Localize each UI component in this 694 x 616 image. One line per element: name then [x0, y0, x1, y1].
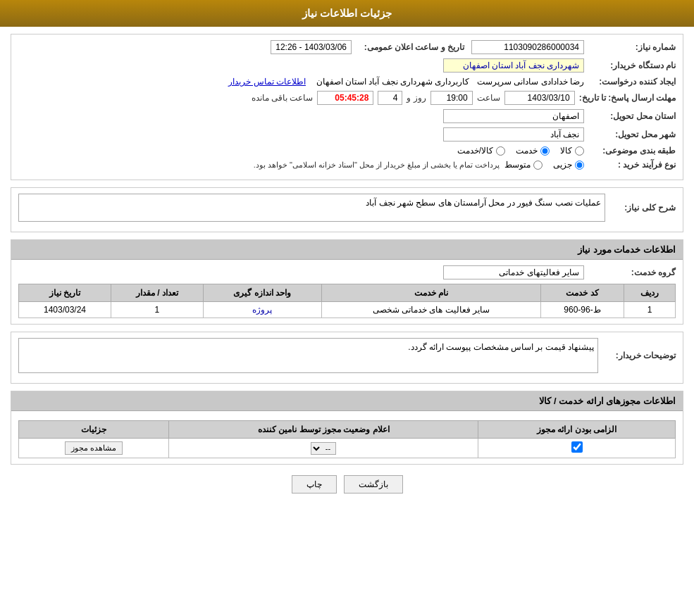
table-row: -- مشاهده مجوز — [19, 439, 676, 458]
print-button[interactable]: چاپ — [292, 475, 337, 494]
buyer-org-row: نام دستگاه خریدار: شهرداری نجف آباد استا… — [18, 58, 676, 73]
purchase-jozii-option[interactable]: جزیی — [553, 160, 584, 170]
category-kala-khedmat-option[interactable]: کالا/خدمت — [457, 146, 505, 156]
provider-status-select[interactable]: -- — [311, 442, 336, 455]
service-group-label: گروه خدمت: — [584, 268, 676, 277]
category-khedmat-option[interactable]: خدمت — [516, 146, 550, 156]
col-unit: واحد اندازه گیری — [203, 284, 321, 302]
category-label: طبقه بندی موضوعی: — [584, 146, 676, 156]
footer-buttons: بازگشت چاپ — [11, 475, 683, 494]
services-table: ردیف کد خدمت نام خدمت واحد اندازه گیری ت… — [18, 284, 676, 318]
col-provider-status: اعلام وضعیت مجوز توسط نامین کننده — [169, 421, 478, 439]
category-kala-label: کالا — [560, 146, 572, 156]
purchase-motavaset-label: متوسط — [504, 160, 531, 170]
page-title: جزئیات اطلاعات نیاز — [0, 0, 694, 27]
permissions-section: اطلاعات مجوزهای ارائه خدمت / کالا الزامی… — [11, 391, 683, 465]
cell-service-code: ط-96-960 — [541, 302, 624, 318]
city-label: شهر محل تحویل: — [584, 130, 676, 139]
purchase-motavaset-radio[interactable] — [533, 161, 543, 170]
announcement-value: 1403/03/06 - 12:26 — [271, 40, 352, 54]
col-need-date: تاریخ نیاز — [19, 284, 111, 302]
show-permit-button[interactable]: مشاهده مجوز — [65, 441, 123, 455]
category-radio-group: کالا خدمت کالا/خدمت — [457, 146, 584, 156]
creator-label: ایجاد کننده درخواست: — [584, 77, 676, 87]
buyer-notes-section: توضیحات خریدار: پیشنهاد قیمت بر اساس مشخ… — [11, 332, 683, 384]
purchase-type-row: نوع فرآیند خرید : جزیی متوسط پرداخت تمام… — [18, 160, 676, 170]
buyer-org-label: نام دستگاه خریدار: — [584, 61, 676, 70]
service-group-row: گروه خدمت: سایر فعالیتهای خدماتی — [18, 265, 676, 279]
services-section-title: اطلاعات خدمات مورد نیاز — [11, 240, 683, 260]
col-service-code: کد خدمت — [541, 284, 624, 302]
need-number-row: شماره نیاز: 1103090286000034 تاریخ و ساع… — [18, 40, 676, 54]
col-service-name: نام خدمت — [321, 284, 541, 302]
services-section: اطلاعات خدمات مورد نیاز گروه خدمت: سایر … — [11, 239, 683, 325]
deadline-time: 19:00 — [430, 91, 473, 105]
col-quantity: تعداد / مقدار — [111, 284, 203, 302]
deadline-date: 1403/03/10 — [504, 91, 575, 105]
general-desc-section: شرح کلی نیاز: عملیات نصب سنگ فیور در محل… — [11, 187, 683, 232]
province-row: استان محل تحویل: اصفهان — [18, 109, 676, 123]
buyer-notes-row: توضیحات خریدار: پیشنهاد قیمت بر اساس مشخ… — [18, 338, 676, 373]
city-row: شهر محل تحویل: نجف آباد — [18, 127, 676, 142]
cell-unit: پروژه — [203, 302, 321, 318]
purchase-type-radio-group: جزیی متوسط — [504, 160, 584, 170]
cell-provider-status[interactable]: -- — [169, 439, 478, 458]
deadline-time-label: ساعت — [477, 93, 500, 103]
creator-contact-link[interactable]: اطلاعات تماس خریدار — [228, 77, 306, 87]
deadline-row: مهلت ارسال پاسخ: تا تاریخ: 1403/03/10 سا… — [18, 91, 676, 105]
general-desc-content: عملیات نصب سنگ فیور در محل آرامستان های … — [18, 194, 605, 222]
city-value: نجف آباد — [443, 127, 584, 142]
cell-mandatory[interactable] — [478, 439, 676, 458]
deadline-label: مهلت ارسال پاسخ: تا تاریخ: — [579, 93, 676, 103]
buyer-notes-content: پیشنهاد قیمت بر اساس مشخصات پیوست ارائه … — [18, 338, 598, 373]
need-number-value: 1103090286000034 — [471, 40, 584, 54]
general-desc-row: شرح کلی نیاز: عملیات نصب سنگ فیور در محل… — [18, 194, 676, 222]
purchase-type-note: پرداخت تمام یا بخشی از مبلغ خریدار از مح… — [254, 161, 500, 170]
col-details: جزئیات — [19, 421, 169, 439]
table-row: 1 ط-96-960 سایر فعالیت های خدماتی شخصی پ… — [19, 302, 676, 318]
permissions-section-title: اطلاعات مجوزهای ارائه خدمت / کالا — [11, 391, 683, 411]
col-mandatory: الزامی بودن ارائه مجوز — [478, 421, 676, 439]
creator-name: رضا خدادادی سادانی سرپرست — [477, 77, 584, 87]
announcement-label: تاریخ و ساعت اعلان عمومی: — [352, 42, 464, 52]
purchase-jozii-radio[interactable] — [575, 161, 584, 170]
category-kala-khedmat-radio[interactable] — [496, 146, 505, 156]
cell-need-date: 1403/03/24 — [19, 302, 111, 318]
cell-row-num: 1 — [624, 302, 675, 318]
need-info-section: شماره نیاز: 1103090286000034 تاریخ و ساع… — [11, 34, 683, 180]
category-khedmat-radio[interactable] — [540, 146, 550, 156]
buyer-org-value: شهرداری نجف آباد استان اصفهان — [443, 58, 584, 73]
cell-details[interactable]: مشاهده مجوز — [19, 439, 169, 458]
cell-quantity: 1 — [111, 302, 203, 318]
creator-role: کاربرداری شهرداری نجف آباد استان اصفهان — [316, 77, 470, 87]
purchase-jozii-label: جزیی — [553, 160, 572, 170]
deadline-remaining-label: ساعت باقی مانده — [252, 93, 314, 103]
province-label: استان محل تحویل: — [584, 111, 676, 121]
buyer-notes-label: توضیحات خریدار: — [598, 351, 676, 360]
creator-row: ایجاد کننده درخواست: رضا خدادادی سادانی … — [18, 77, 676, 87]
category-kala-radio[interactable] — [575, 146, 584, 156]
purchase-type-label: نوع فرآیند خرید : — [584, 160, 676, 170]
general-desc-label: شرح کلی نیاز: — [605, 203, 676, 213]
category-khedmat-label: خدمت — [516, 146, 538, 156]
deadline-days: 4 — [378, 91, 402, 105]
back-button[interactable]: بازگشت — [344, 475, 403, 494]
deadline-remaining: 05:45:28 — [317, 91, 373, 105]
category-row: طبقه بندی موضوعی: کالا خدمت کالا/خدمت — [18, 146, 676, 156]
category-kala-option[interactable]: کالا — [560, 146, 584, 156]
purchase-motavaset-option[interactable]: متوسط — [504, 160, 543, 170]
province-value: اصفهان — [443, 109, 584, 123]
col-row-num: ردیف — [624, 284, 675, 302]
mandatory-checkbox[interactable] — [571, 441, 583, 453]
deadline-days-label: روز و — [407, 93, 426, 103]
need-number-label: شماره نیاز: — [584, 42, 676, 52]
category-kala-khedmat-label: کالا/خدمت — [457, 146, 493, 156]
cell-service-name: سایر فعالیت های خدماتی شخصی — [321, 302, 541, 318]
service-group-value: سایر فعالیتهای خدماتی — [443, 265, 584, 279]
permissions-table: الزامی بودن ارائه مجوز اعلام وضعیت مجوز … — [18, 420, 676, 458]
